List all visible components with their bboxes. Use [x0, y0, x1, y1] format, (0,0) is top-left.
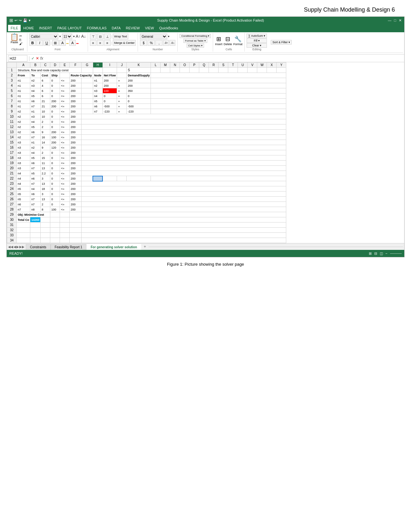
col-u[interactable]: U — [238, 63, 248, 68]
col-t[interactable]: T — [228, 63, 238, 68]
menu-review[interactable]: REVIEW — [123, 25, 142, 31]
tab-scroll-prev[interactable]: ◀ — [14, 245, 16, 249]
r2-i[interactable]: Net Flow — [103, 73, 117, 78]
menu-file[interactable]: FILE — [8, 25, 21, 31]
cell-ref-box[interactable] — [8, 55, 27, 62]
r1-a[interactable]: Structure, flow and route capacity const — [17, 68, 82, 73]
conditional-formatting-btn[interactable]: Conditional Formatting ▾ — [180, 34, 211, 38]
r2-e[interactable] — [60, 73, 70, 78]
fill-color-btn[interactable]: A — [59, 40, 66, 46]
page-layout-view-btn[interactable]: ⊟ — [374, 251, 377, 256]
tab-constraints[interactable]: Constraints — [26, 244, 51, 250]
r1-o[interactable] — [180, 68, 190, 73]
align-top-btn[interactable]: ⊤ — [90, 34, 96, 39]
r2-f[interactable]: Route Capacity — [70, 73, 93, 78]
undo-btn[interactable]: ↩ — [15, 18, 17, 23]
r2-rest[interactable] — [151, 73, 286, 78]
r1-j[interactable] — [117, 68, 127, 73]
col-d[interactable]: D — [50, 63, 60, 68]
r1-h[interactable] — [93, 68, 103, 73]
page-break-view-btn[interactable]: ◫ — [380, 251, 383, 256]
redo-btn[interactable]: ↪ — [19, 18, 22, 23]
col-c[interactable]: C — [41, 63, 50, 68]
col-f[interactable]: F — [70, 63, 81, 68]
r1-n[interactable] — [170, 68, 180, 73]
col-q[interactable]: Q — [199, 63, 209, 68]
comma-btn[interactable]: , — [155, 40, 162, 46]
close-btn[interactable]: ✕ — [399, 18, 402, 23]
align-right-btn[interactable]: ≡ — [104, 40, 111, 46]
r1-s[interactable] — [219, 68, 228, 73]
insert-btn[interactable]: ⊞ — [216, 35, 221, 43]
font-size-select[interactable]: 11 — [62, 34, 72, 39]
save-quick-btn[interactable]: 💾 — [23, 18, 27, 23]
r1-w[interactable] — [257, 68, 267, 73]
paste-btn[interactable]: 📋 — [10, 34, 19, 41]
cut-btn[interactable]: ✂ — [19, 34, 23, 38]
menu-page-layout[interactable]: PAGE LAYOUT — [54, 25, 84, 31]
format-painter-btn[interactable]: 🖌 — [19, 42, 23, 45]
r1-g[interactable] — [81, 68, 93, 73]
col-s[interactable]: S — [219, 63, 228, 68]
menu-data[interactable]: DATA — [109, 25, 123, 31]
align-bottom-btn[interactable]: ⊥ — [104, 34, 111, 39]
col-e[interactable]: E — [60, 63, 70, 68]
tab-scroll-next[interactable]: ▶ — [16, 245, 19, 249]
r2-c[interactable]: Cost — [41, 73, 50, 78]
r1-i[interactable] — [103, 68, 117, 73]
r1-r[interactable] — [209, 68, 219, 73]
col-v[interactable]: V — [248, 63, 257, 68]
formula-input[interactable] — [44, 55, 403, 62]
increase-font-btn[interactable]: A↑ — [76, 34, 80, 39]
col-n[interactable]: N — [170, 63, 180, 68]
r1-k[interactable]: S — [127, 68, 151, 73]
menu-insert[interactable]: INSERT — [36, 25, 54, 31]
italic-btn[interactable]: I — [36, 40, 43, 46]
r1-u[interactable] — [238, 68, 248, 73]
r2-h[interactable]: Node — [93, 73, 103, 78]
minimize-btn[interactable]: — — [388, 18, 391, 23]
bold-btn[interactable]: B — [29, 40, 36, 46]
r1-x[interactable] — [267, 68, 277, 73]
delete-btn[interactable]: ⊟ — [225, 35, 230, 43]
col-j[interactable]: J — [117, 63, 127, 68]
zoom-out-btn[interactable]: − — [386, 251, 387, 255]
col-o[interactable]: O — [180, 63, 190, 68]
menu-formulas[interactable]: FORMULAS — [84, 25, 109, 31]
col-w[interactable]: W — [257, 63, 267, 68]
r2-d[interactable]: Ship — [50, 73, 60, 78]
r1-t[interactable] — [228, 68, 238, 73]
format-table-btn[interactable]: Format as Table ▾ — [183, 39, 207, 43]
r2-k[interactable]: Demand/Supply — [127, 73, 151, 78]
r1-q[interactable] — [199, 68, 209, 73]
r2-b[interactable]: To — [30, 73, 41, 78]
col-i[interactable]: I — [103, 63, 117, 68]
wrap-text-btn[interactable]: Wrap Text — [113, 34, 128, 39]
col-m[interactable]: M — [161, 63, 170, 68]
menu-home[interactable]: HOME — [21, 25, 36, 31]
title-bar-controls[interactable]: — □ ✕ — [388, 18, 402, 23]
font-color-btn[interactable]: A — [69, 40, 76, 46]
underline-btn[interactable]: U — [44, 40, 50, 46]
tab-feasibility[interactable]: Feasibility Report 1 — [51, 244, 87, 250]
col-a[interactable]: A — [17, 63, 30, 68]
fill-btn[interactable]: Fill ▾ — [247, 38, 267, 43]
decrease-decimal-btn[interactable]: .0↓ — [170, 40, 175, 46]
font-name-select[interactable]: Calibri — [29, 34, 58, 39]
col-y[interactable]: Y — [277, 63, 286, 68]
sort-filter-btn[interactable]: Sort & Filter ▾ — [271, 40, 292, 44]
normal-view-btn[interactable]: ⊞ — [369, 251, 372, 256]
tab-scroll-right[interactable]: ▶▶ — [19, 245, 24, 249]
tab-solver[interactable]: For generating solver solution — [86, 244, 141, 250]
r2-a[interactable]: From — [17, 73, 30, 78]
autosum-btn[interactable]: ∑ AutoSum ▾ — [247, 34, 267, 38]
menu-quickbooks[interactable]: QuickBooks — [157, 25, 181, 31]
col-l[interactable]: L — [151, 63, 161, 68]
align-left-btn[interactable]: ≡ — [90, 40, 96, 46]
col-h[interactable]: H — [93, 63, 103, 68]
selected-cell-h22[interactable] — [93, 176, 103, 181]
col-g[interactable]: G — [81, 63, 93, 68]
currency-btn[interactable]: $ — [140, 40, 147, 46]
merge-center-btn[interactable]: Merge & Center — [113, 40, 136, 46]
col-b[interactable]: B — [30, 63, 41, 68]
